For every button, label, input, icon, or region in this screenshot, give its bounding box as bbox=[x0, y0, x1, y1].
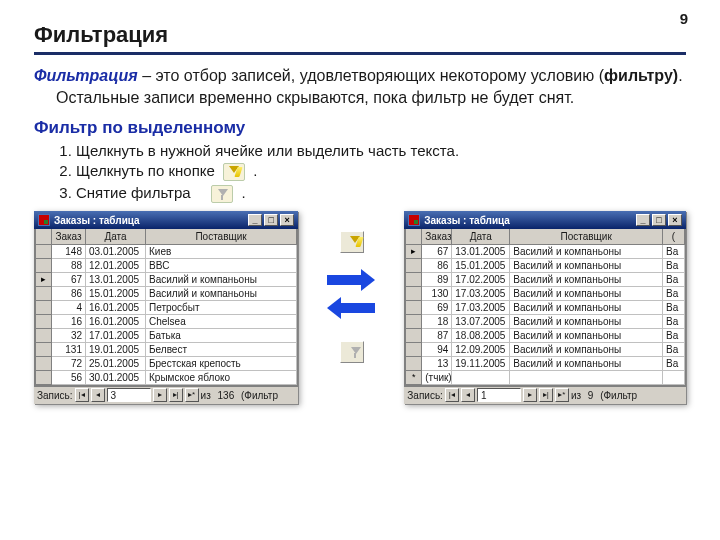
col-date[interactable]: Дата bbox=[452, 229, 510, 244]
nav-last[interactable]: ▸| bbox=[169, 388, 183, 402]
table-row[interactable]: 14803.01.2005Киев bbox=[36, 244, 297, 258]
row-selector[interactable] bbox=[406, 272, 422, 286]
cell-extra[interactable]: Ва bbox=[663, 314, 685, 328]
cell-id[interactable]: 86 bbox=[52, 286, 86, 300]
cell-id[interactable]: 69 bbox=[422, 300, 452, 314]
cell-date[interactable]: 16.01.2005 bbox=[86, 314, 146, 328]
col-supplier[interactable]: Поставщик bbox=[146, 229, 297, 244]
maximize-button[interactable]: □ bbox=[652, 214, 666, 226]
minimize-button[interactable]: _ bbox=[248, 214, 262, 226]
cell-date[interactable]: 03.01.2005 bbox=[86, 244, 146, 258]
cell-supplier[interactable]: Василий и компаньоны bbox=[146, 286, 297, 300]
cell-supplier[interactable]: Киев bbox=[146, 244, 297, 258]
row-selector[interactable] bbox=[36, 370, 52, 384]
cell-date[interactable]: 17.02.2005 bbox=[452, 272, 510, 286]
cell-date[interactable]: 13.01.2005 bbox=[452, 244, 510, 258]
table-row[interactable]: 416.01.2005Петросбыт bbox=[36, 300, 297, 314]
record-index[interactable]: 1 bbox=[477, 388, 521, 402]
cell-date[interactable]: 16.01.2005 bbox=[86, 300, 146, 314]
row-selector[interactable] bbox=[406, 300, 422, 314]
row-selector[interactable] bbox=[36, 314, 52, 328]
cell-date[interactable]: 17.01.2005 bbox=[86, 328, 146, 342]
row-selector[interactable] bbox=[406, 286, 422, 300]
row-selector[interactable] bbox=[406, 258, 422, 272]
table-row[interactable]: 1813.07.2005Василий и компаньоныВа bbox=[406, 314, 685, 328]
cell-date[interactable]: 17.03.2005 bbox=[452, 300, 510, 314]
row-selector[interactable] bbox=[406, 342, 422, 356]
cell-supplier[interactable]: Белвест bbox=[146, 342, 297, 356]
col-extra[interactable]: ( bbox=[663, 229, 685, 244]
table-row[interactable]: 9412.09.2005Василий и компаньоныВа bbox=[406, 342, 685, 356]
cell-extra[interactable]: Ва bbox=[663, 342, 685, 356]
cell-supplier[interactable]: Василий и компаньоны bbox=[510, 244, 663, 258]
cell-date[interactable]: 17.03.2005 bbox=[452, 286, 510, 300]
maximize-button[interactable]: □ bbox=[264, 214, 278, 226]
cell-date[interactable]: 19.11.2005 bbox=[452, 356, 510, 370]
cell-id[interactable]: (тчик) bbox=[422, 370, 452, 384]
cell-id[interactable]: 148 bbox=[52, 244, 86, 258]
left-titlebar[interactable]: Заказы : таблица _ □ × bbox=[34, 211, 298, 229]
table-row[interactable]: 1319.11.2005Василий и компаньоныВа bbox=[406, 356, 685, 370]
table-row[interactable]: 1616.01.2005Chelsea bbox=[36, 314, 297, 328]
table-row[interactable]: 8917.02.2005Василий и компаньоныВа bbox=[406, 272, 685, 286]
nav-new[interactable]: ▸* bbox=[555, 388, 569, 402]
cell-id[interactable]: 131 bbox=[52, 342, 86, 356]
cell-date[interactable]: 19.01.2005 bbox=[86, 342, 146, 356]
cell-supplier[interactable]: Василий и компаньоны bbox=[510, 286, 663, 300]
cell-supplier[interactable]: Василий и компаньоны bbox=[510, 258, 663, 272]
cell-supplier[interactable]: Chelsea bbox=[146, 314, 297, 328]
cell-id[interactable]: 89 bbox=[422, 272, 452, 286]
row-selector[interactable] bbox=[36, 258, 52, 272]
cell-supplier[interactable]: Василий и компаньоны bbox=[510, 272, 663, 286]
nav-new[interactable]: ▸* bbox=[185, 388, 199, 402]
cell-id[interactable]: 67 bbox=[52, 272, 86, 286]
cell-supplier[interactable]: Василий и компаньоны bbox=[510, 300, 663, 314]
nav-next[interactable]: ▸ bbox=[153, 388, 167, 402]
cell-date[interactable] bbox=[452, 370, 510, 384]
cell-date[interactable]: 13.07.2005 bbox=[452, 314, 510, 328]
table-row[interactable]: ▸6713.01.2005Василий и компаньоныВа bbox=[406, 244, 685, 258]
nav-next[interactable]: ▸ bbox=[523, 388, 537, 402]
row-selector[interactable]: ▸ bbox=[406, 244, 422, 258]
cell-extra[interactable]: Ва bbox=[663, 272, 685, 286]
cell-id[interactable]: 67 bbox=[422, 244, 452, 258]
table-row-new[interactable]: *(тчик) bbox=[406, 370, 685, 384]
row-selector[interactable] bbox=[36, 328, 52, 342]
cell-supplier[interactable]: Василий и компаньоны bbox=[146, 272, 297, 286]
nav-first[interactable]: |◂ bbox=[445, 388, 459, 402]
table-row[interactable]: 8615.01.2005Василий и компаньоны bbox=[36, 286, 297, 300]
cell-supplier[interactable]: Брестская крепость bbox=[146, 356, 297, 370]
right-titlebar[interactable]: Заказы : таблица _ □ × bbox=[404, 211, 686, 229]
cell-extra[interactable]: Ва bbox=[663, 356, 685, 370]
remove-filter-icon[interactable] bbox=[211, 185, 233, 203]
cell-date[interactable]: 15.01.2005 bbox=[452, 258, 510, 272]
cell-supplier[interactable]: Василий и компаньоны bbox=[510, 328, 663, 342]
col-supplier[interactable]: Поставщик bbox=[510, 229, 663, 244]
remove-filter-button[interactable] bbox=[340, 341, 364, 363]
cell-date[interactable]: 12.09.2005 bbox=[452, 342, 510, 356]
cell-date[interactable]: 12.01.2005 bbox=[86, 258, 146, 272]
right-table[interactable]: Заказ Дата Поставщик ( ▸6713.01.2005Васи… bbox=[405, 229, 685, 385]
row-selector[interactable] bbox=[36, 300, 52, 314]
filter-by-selection-icon[interactable] bbox=[223, 163, 245, 181]
cell-extra[interactable]: Ва bbox=[663, 300, 685, 314]
cell-supplier[interactable]: Василий и компаньоны bbox=[510, 356, 663, 370]
cell-id[interactable]: 87 bbox=[422, 328, 452, 342]
cell-supplier[interactable] bbox=[510, 370, 663, 384]
table-row[interactable]: ▸6713.01.2005Василий и компаньоны bbox=[36, 272, 297, 286]
cell-id[interactable]: 130 bbox=[422, 286, 452, 300]
nav-prev[interactable]: ◂ bbox=[461, 388, 475, 402]
nav-first[interactable]: |◂ bbox=[75, 388, 89, 402]
table-row[interactable]: 13017.03.2005Василий и компаньоныВа bbox=[406, 286, 685, 300]
table-row[interactable]: 8615.01.2005Василий и компаньоныВа bbox=[406, 258, 685, 272]
row-selector[interactable]: ▸ bbox=[36, 272, 52, 286]
apply-filter-button[interactable] bbox=[340, 231, 364, 253]
col-id[interactable]: Заказ bbox=[422, 229, 452, 244]
cell-extra[interactable]: Ва bbox=[663, 258, 685, 272]
row-selector[interactable] bbox=[406, 356, 422, 370]
cell-extra[interactable]: Ва bbox=[663, 286, 685, 300]
cell-id[interactable]: 18 bbox=[422, 314, 452, 328]
row-selector-new[interactable]: * bbox=[406, 370, 422, 384]
table-row[interactable]: 3217.01.2005Батька bbox=[36, 328, 297, 342]
cell-supplier[interactable]: Батька bbox=[146, 328, 297, 342]
